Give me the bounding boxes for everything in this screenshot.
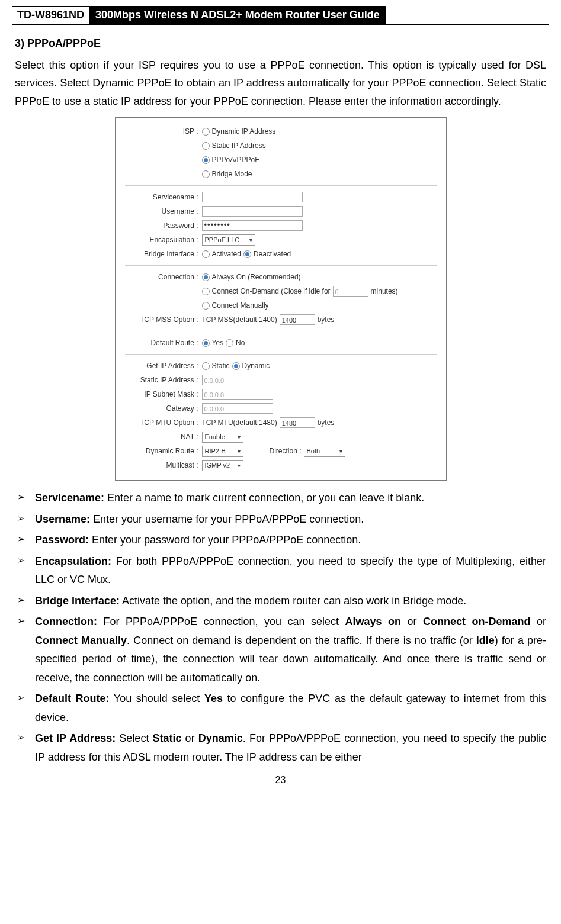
gateway-label: Gateway : bbox=[125, 403, 202, 414]
list-item: Servicename: Enter a name to mark curren… bbox=[15, 489, 546, 508]
isp-opt2: Static IP Address bbox=[212, 140, 266, 152]
section-intro: Select this option if your ISP requires … bbox=[15, 56, 546, 111]
divider bbox=[125, 185, 437, 186]
getip-static-text: Static bbox=[212, 360, 230, 372]
encapsulation-select[interactable]: PPPoE LLC bbox=[202, 234, 255, 246]
conn-manually-text: Connect Manually bbox=[212, 300, 269, 311]
radio-bridge-deactivated[interactable] bbox=[243, 250, 251, 258]
list-item: Encapsulation: For both PPPoA/PPPoE conn… bbox=[15, 552, 546, 590]
list-item: Password: Enter your password for your P… bbox=[15, 531, 546, 550]
tcp-mss-default-text: TCP MSS(default:1400) bbox=[202, 314, 277, 326]
conn-always-on-text: Always On (Recommended) bbox=[212, 271, 301, 283]
multicast-select[interactable]: IGMP v2 bbox=[202, 460, 243, 471]
password-label: Password : bbox=[125, 220, 202, 231]
radio-pppoa-pppoe[interactable] bbox=[202, 156, 210, 164]
tcp-mtu-label: TCP MTU Option : bbox=[125, 417, 202, 429]
defroute-no-text: No bbox=[236, 337, 245, 349]
dynamic-route-select[interactable]: RIP2-B bbox=[202, 446, 243, 457]
servicename-input[interactable] bbox=[202, 192, 303, 202]
bytes-text: bytes bbox=[318, 314, 335, 326]
get-ip-label: Get IP Address : bbox=[125, 360, 202, 372]
radio-bridge-activated[interactable] bbox=[202, 250, 210, 258]
bullet-desc: Activate the option, and the modem route… bbox=[120, 595, 466, 607]
direction-select[interactable]: Both bbox=[304, 446, 345, 457]
bridge-interface-label: Bridge Interface : bbox=[125, 248, 202, 260]
page-content: 3) PPPoA/PPPoE Select this option if you… bbox=[0, 25, 561, 767]
list-item: Username: Enter your username for your P… bbox=[15, 510, 546, 529]
tcp-mss-input[interactable]: 1400 bbox=[280, 314, 315, 325]
subnet-mask-label: IP Subnet Mask : bbox=[125, 388, 202, 400]
username-input[interactable] bbox=[202, 206, 303, 217]
radio-connect-manually[interactable] bbox=[202, 302, 210, 310]
divider bbox=[125, 331, 437, 331]
static-ip-input[interactable]: 0.0.0.0 bbox=[202, 375, 273, 385]
radio-static-ip[interactable] bbox=[202, 142, 210, 150]
bullet-title: Password: bbox=[35, 534, 89, 546]
isp-opt1: Dynamic IP Address bbox=[212, 125, 276, 137]
section-heading: 3) PPPoA/PPPoE bbox=[15, 34, 546, 53]
radio-bridge-mode[interactable] bbox=[202, 170, 210, 178]
password-input[interactable]: •••••••• bbox=[202, 220, 303, 231]
nat-label: NAT : bbox=[125, 431, 202, 443]
divider bbox=[125, 265, 437, 266]
bullet-title: Bridge Interface: bbox=[35, 595, 120, 607]
username-label: Username : bbox=[125, 205, 202, 217]
idle-minutes-input[interactable]: 0 bbox=[333, 286, 368, 297]
isp-label: ISP : bbox=[125, 125, 202, 137]
bullet-title: Encapsulation: bbox=[35, 555, 111, 567]
bullet-title: Servicename: bbox=[35, 492, 104, 504]
conn-on-demand-text-a: Connect On-Demand (Close if idle for bbox=[212, 285, 331, 297]
isp-opt3: PPPoA/PPPoE bbox=[212, 154, 260, 166]
bullet-desc: Enter your username for your PPPoA/PPPoE… bbox=[90, 513, 364, 525]
connection-label: Connection : bbox=[125, 271, 202, 283]
radio-defroute-yes[interactable] bbox=[202, 339, 210, 347]
getip-dynamic-text: Dynamic bbox=[242, 360, 270, 372]
doc-title: 300Mbps Wireless N ADSL2+ Modem Router U… bbox=[89, 6, 386, 24]
tcp-mss-label: TCP MSS Option : bbox=[125, 314, 202, 326]
radio-getip-dynamic[interactable] bbox=[232, 362, 240, 370]
gateway-input[interactable]: 0.0.0.0 bbox=[202, 403, 273, 414]
defroute-yes-text: Yes bbox=[212, 337, 224, 349]
radio-getip-static[interactable] bbox=[202, 362, 210, 370]
list-item: Get IP Address: Select Static or Dynamic… bbox=[15, 729, 546, 767]
radio-always-on[interactable] bbox=[202, 273, 210, 281]
config-screenshot: ISP : Dynamic IP Address Static IP Addre… bbox=[115, 117, 447, 481]
header-bar: TD-W8961ND 300Mbps Wireless N ADSL2+ Mod… bbox=[12, 6, 549, 25]
bridge-deactivated-text: Deactivated bbox=[254, 248, 291, 260]
feature-list: Servicename: Enter a name to mark curren… bbox=[15, 489, 546, 767]
tcp-mtu-input[interactable]: 1480 bbox=[280, 417, 315, 428]
list-item: Connection: For PPPoA/PPPoE connection, … bbox=[15, 613, 546, 687]
radio-on-demand[interactable] bbox=[202, 288, 210, 295]
divider bbox=[125, 354, 437, 355]
dynamic-route-label: Dynamic Route : bbox=[125, 445, 202, 457]
direction-label: Direction : bbox=[270, 445, 302, 457]
multicast-label: Multicast : bbox=[125, 459, 202, 471]
servicename-label: Servicename : bbox=[125, 191, 202, 203]
static-ip-label: Static IP Address : bbox=[125, 374, 202, 386]
bullet-desc: Enter your password for your PPPoA/PPPoE… bbox=[89, 534, 361, 546]
list-item: Bridge Interface: Activate the option, a… bbox=[15, 592, 546, 611]
page-number: 23 bbox=[0, 769, 561, 789]
bullet-desc: For both PPPoA/PPPoE connection, you nee… bbox=[35, 555, 546, 586]
bullet-title: Connection: bbox=[35, 616, 97, 627]
list-item: Default Route: You should select Yes to … bbox=[15, 690, 546, 727]
bytes-text-2: bytes bbox=[318, 417, 335, 429]
bridge-activated-text: Activated bbox=[212, 248, 241, 260]
radio-dynamic-ip[interactable] bbox=[202, 128, 210, 136]
subnet-mask-input[interactable]: 0.0.0.0 bbox=[202, 389, 273, 400]
conn-on-demand-text-b: minutes) bbox=[371, 285, 398, 297]
nat-select[interactable]: Enable bbox=[202, 432, 243, 443]
radio-defroute-no[interactable] bbox=[226, 339, 233, 347]
bullet-title: Username: bbox=[35, 513, 90, 525]
tcp-mtu-default-text: TCP MTU(default:1480) bbox=[202, 417, 277, 429]
model-label: TD-W8961ND bbox=[12, 6, 89, 24]
isp-opt4: Bridge Mode bbox=[212, 168, 252, 180]
bullet-title: Get IP Address: bbox=[35, 732, 116, 744]
bullet-title: Default Route: bbox=[35, 693, 110, 704]
default-route-label: Default Route : bbox=[125, 337, 202, 349]
encapsulation-label: Encapsulation : bbox=[125, 234, 202, 246]
bullet-desc: Enter a name to mark current connection,… bbox=[104, 492, 424, 504]
